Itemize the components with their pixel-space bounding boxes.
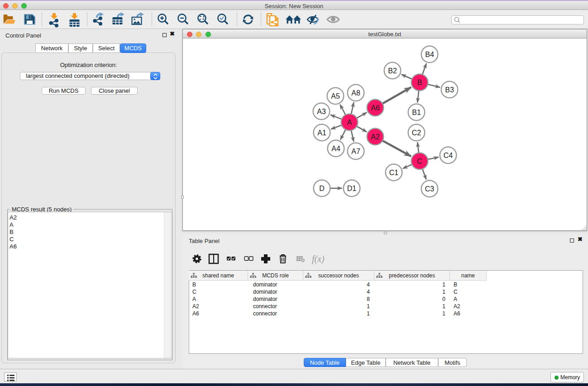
svg-text:B: B [417, 79, 422, 86]
svg-text:A4: A4 [331, 145, 340, 152]
svg-text:A1: A1 [317, 129, 326, 137]
svg-text:B3: B3 [445, 86, 454, 94]
svg-text:A3: A3 [317, 108, 326, 115]
svg-text:f(x): f(x) [312, 254, 325, 264]
svg-text:A7: A7 [351, 148, 360, 155]
svg-text:C1: C1 [389, 169, 399, 176]
svg-text:A6: A6 [371, 104, 380, 112]
svg-text:D: D [319, 185, 325, 192]
svg-text:C: C [417, 157, 422, 165]
svg-text:B2: B2 [388, 67, 397, 75]
svg-text:A5: A5 [331, 92, 340, 100]
svg-text:C4: C4 [444, 152, 453, 159]
svg-text:A: A [347, 119, 352, 126]
svg-text:C3: C3 [425, 185, 435, 193]
svg-text:A2: A2 [371, 133, 380, 141]
svg-text:D1: D1 [347, 185, 357, 192]
svg-text:B1: B1 [412, 109, 421, 116]
svg-text:C2: C2 [412, 129, 421, 137]
svg-text:B4: B4 [425, 51, 434, 58]
svg-text:A8: A8 [351, 89, 360, 97]
